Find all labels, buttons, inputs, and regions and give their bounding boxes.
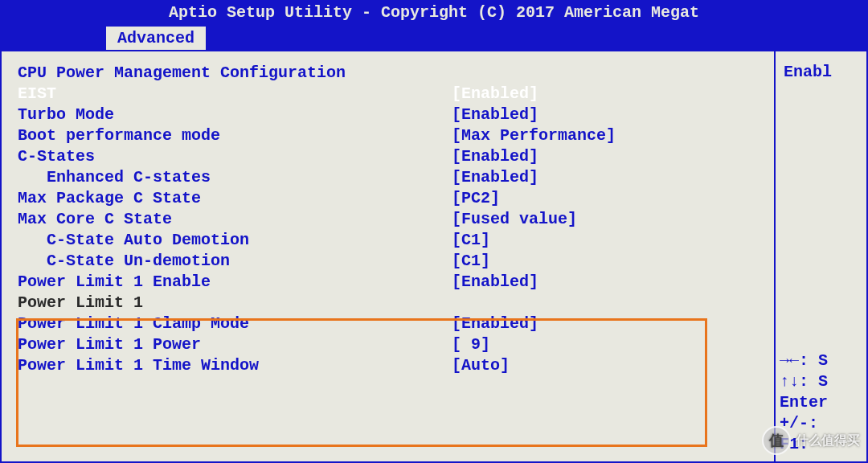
setting-value: [C1] [452, 251, 490, 272]
setting-label: Enhanced C-states [18, 167, 452, 188]
setting-label: Power Limit 1 Enable [18, 272, 452, 293]
setting-row[interactable]: C-States[Enabled] [18, 146, 758, 167]
setting-value: [PC2] [452, 188, 500, 209]
setting-row[interactable]: Power Limit 1 [18, 293, 758, 313]
setting-row[interactable]: C-State Auto Demotion[C1] [18, 230, 758, 251]
setting-label: Power Limit 1 Power [18, 334, 452, 355]
setting-row[interactable]: Enhanced C-states[Enabled] [18, 167, 758, 188]
main-area: CPU Power Management Configuration EIST[… [0, 50, 868, 463]
help-panel: Enabl →←: S ↑↓: S Enter +/-: F1: [776, 50, 868, 463]
setting-label: Power Limit 1 Time Window [18, 355, 452, 376]
setting-row[interactable]: Max Package C State[PC2] [18, 188, 758, 209]
setting-value: [ 9] [452, 334, 490, 355]
setting-label: C-State Auto Demotion [18, 230, 452, 251]
tab-bar: Advanced [0, 26, 868, 50]
setting-row[interactable]: Turbo Mode[Enabled] [18, 104, 758, 125]
setting-value: [Enabled] [452, 84, 538, 104]
setting-label: Power Limit 1 Clamp Mode [18, 313, 452, 334]
setting-value: [Enabled] [452, 146, 538, 167]
setting-label: Boot performance mode [18, 125, 452, 146]
setting-row[interactable]: Power Limit 1 Power[ 9] [18, 334, 758, 355]
setting-label: C-States [18, 146, 452, 167]
setting-row[interactable]: C-State Un-demotion[C1] [18, 251, 758, 272]
setting-row[interactable]: EIST[Enabled] [18, 84, 758, 104]
setting-label: Turbo Mode [18, 104, 452, 125]
setting-value: [Max Performance] [452, 125, 616, 146]
header-title: Aptio Setup Utility - Copyright (C) 2017… [169, 3, 699, 22]
watermark-icon: 值 [762, 426, 791, 455]
setting-row[interactable]: Max Core C State[Fused value] [18, 209, 758, 230]
setting-value: [Enabled] [452, 167, 538, 188]
setting-row[interactable]: Power Limit 1 Time Window[Auto] [18, 355, 758, 376]
tab-advanced[interactable]: Advanced [104, 25, 207, 50]
setting-row[interactable]: Power Limit 1 Clamp Mode[Enabled] [18, 313, 758, 334]
watermark: 值 什么值得买 [762, 426, 860, 455]
watermark-text: 什么值得买 [796, 432, 860, 449]
setting-row[interactable]: Power Limit 1 Enable[Enabled] [18, 272, 758, 293]
section-title: CPU Power Management Configuration [18, 63, 758, 84]
key-hint: ↑↓: S [780, 371, 868, 392]
help-text: Enabl [784, 63, 858, 81]
setting-label: Max Package C State [18, 188, 452, 209]
key-hint: →←: S [780, 350, 868, 371]
tab-label: Advanced [117, 29, 194, 47]
key-hint: Enter [780, 392, 868, 413]
setting-label: Max Core C State [18, 209, 452, 230]
setting-label: EIST [18, 84, 452, 104]
setting-label: C-State Un-demotion [18, 251, 452, 272]
setting-value: [Enabled] [452, 313, 538, 334]
bios-header: Aptio Setup Utility - Copyright (C) 2017… [0, 0, 868, 26]
setting-label: Power Limit 1 [18, 293, 452, 313]
setting-value: [Enabled] [452, 272, 538, 293]
setting-value: [Fused value] [452, 209, 577, 230]
setting-row[interactable]: Boot performance mode[Max Performance] [18, 125, 758, 146]
settings-panel: CPU Power Management Configuration EIST[… [0, 50, 776, 463]
setting-value: [C1] [452, 230, 490, 251]
setting-value: [Auto] [452, 355, 510, 376]
setting-value: [Enabled] [452, 104, 538, 125]
